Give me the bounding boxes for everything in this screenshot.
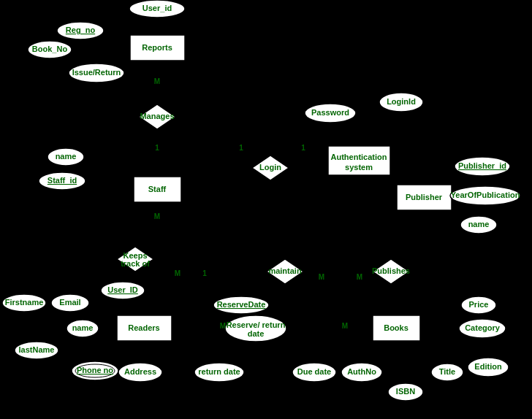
user-id-label: User_id [142, 4, 172, 12]
books-label: Books [384, 323, 408, 332]
login-label: Login [259, 163, 281, 172]
mult-7: 1 [202, 269, 207, 277]
mult-6: M [175, 269, 180, 277]
due-date-label: Due date [297, 367, 331, 376]
auth-label1: Authentication [331, 153, 387, 161]
category-label: Category [465, 323, 501, 332]
svg-line-18 [60, 336, 121, 349]
svg-line-28 [397, 281, 400, 315]
reserve-date-label: ReserveDate [217, 300, 266, 309]
reader-name-label: name [72, 323, 94, 332]
maintain-label: maintain [268, 266, 302, 275]
email-label: Email [59, 298, 80, 307]
svg-line-34 [422, 308, 468, 321]
svg-line-30 [391, 342, 396, 380]
svg-line-24 [270, 342, 303, 366]
staff-name-label: name [56, 152, 77, 161]
svg-line-31 [411, 342, 436, 366]
price-label: Price [469, 300, 489, 309]
mult-3: M [154, 212, 160, 220]
manages-label: Manages [140, 112, 174, 120]
keeps-track-label2: track of [121, 259, 150, 268]
er-diagram: Manages Login Keeps track of maintain Pu… [0, 0, 532, 419]
staff-label: Staff [148, 185, 167, 193]
publisher-id-label: Publisher_id [458, 161, 506, 170]
svg-line-23 [230, 339, 243, 365]
mult-2: 1 [155, 144, 159, 152]
mult-9: M [357, 273, 362, 281]
lastname-label: lastName [19, 345, 55, 354]
svg-line-11 [380, 108, 393, 146]
mult-11: M [342, 322, 348, 330]
book-no-label: Book_No [32, 45, 68, 53]
publishes-label: Publishes [372, 266, 410, 275]
address-label: Address [124, 367, 156, 376]
firstname-label: Firstname [5, 298, 44, 307]
password-label: Password [311, 108, 349, 117]
user-id-reader-label: User_ID [107, 285, 138, 294]
mult-10: M [220, 322, 226, 330]
isbn-label: ISBN [396, 387, 415, 396]
svg-line-8 [205, 173, 254, 190]
mult-5: 1 [301, 144, 305, 152]
reserve-return-label1: Reserve/ return [227, 320, 286, 329]
reports-label: Reports [142, 43, 172, 52]
svg-line-32 [418, 332, 468, 364]
svg-line-22 [276, 283, 287, 321]
readers-label: Readers [128, 323, 159, 332]
svg-line-29 [371, 342, 384, 366]
title-label: Title [439, 367, 455, 376]
reserve-return-label2: date [248, 329, 265, 338]
staff-id-label: Staff_id [48, 176, 77, 185]
svg-line-2 [73, 45, 130, 50]
svg-line-20 [142, 342, 146, 359]
return-date-label: return date [198, 367, 240, 376]
authno-label: AuthNo [347, 367, 376, 376]
publisher-label: Publisher [406, 193, 443, 201]
login-id-label: LoginId [387, 97, 416, 106]
pub-name-label: name [468, 220, 490, 228]
svg-line-27 [400, 210, 421, 259]
mult-4: 1 [239, 144, 243, 152]
year-pub-label: YearOfPublication [451, 191, 520, 199]
edition-label: Edition [474, 362, 502, 371]
auth-label2: system [345, 163, 373, 172]
svg-line-7 [89, 184, 137, 196]
mult-8: M [319, 273, 324, 281]
phone-label: Phone no [77, 366, 113, 374]
svg-line-19 [110, 342, 121, 366]
mult-1: M [154, 77, 160, 85]
reg-no-label: Reg_no [66, 26, 96, 34]
issue-return-label: Issue/Return [72, 68, 121, 77]
